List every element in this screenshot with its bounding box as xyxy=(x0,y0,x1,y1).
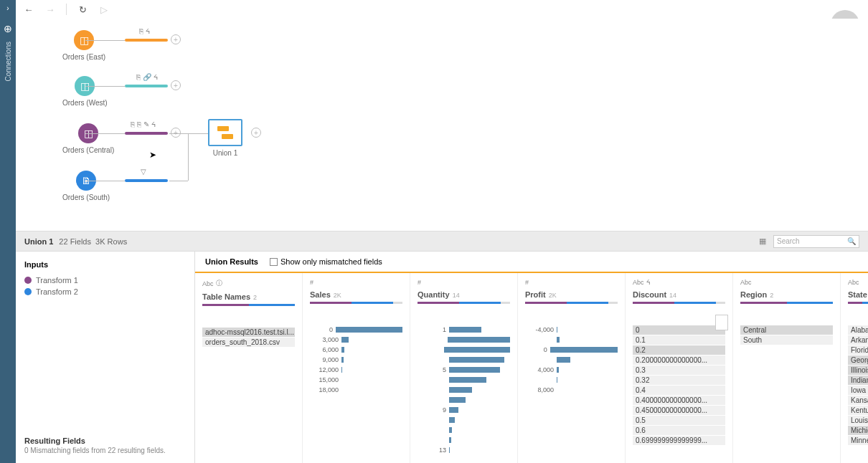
histogram-row[interactable]: 13 xyxy=(418,446,510,454)
profile-column[interactable]: AbcStateAlabamArkansFloridaGeorgiIllinoi… xyxy=(841,273,868,463)
profile-column[interactable]: Abc ⓘTable Names2adhoc-mssql2016.test.ts… xyxy=(195,273,303,463)
profile-value[interactable]: Michig xyxy=(848,426,868,435)
histogram-row[interactable]: 15,000 xyxy=(310,376,402,384)
flow-node-orders-south[interactable]: 🗎 Orders (South) xyxy=(62,171,110,201)
inputs-heading: Inputs xyxy=(24,260,186,269)
add-connection-button[interactable]: ⊕ xyxy=(0,23,16,34)
histogram-row[interactable]: 8,000 xyxy=(525,386,618,394)
clean-step-south[interactable] xyxy=(125,179,168,182)
histogram-row[interactable] xyxy=(418,335,510,344)
profile-value[interactable]: 0.32 xyxy=(633,376,725,385)
histogram-row[interactable] xyxy=(418,436,510,444)
recommend-icon[interactable]: ᔦ xyxy=(646,279,651,286)
profile-column[interactable]: #Profit2K-4,00004,0008,000 xyxy=(518,273,626,463)
profile-value[interactable]: Minnes xyxy=(848,436,868,445)
profile-value[interactable]: Kansas xyxy=(848,396,868,405)
histogram-row[interactable]: 5 xyxy=(418,366,510,374)
histogram-row[interactable] xyxy=(525,355,618,364)
info-icon[interactable]: ⓘ xyxy=(216,279,222,288)
histogram-row[interactable] xyxy=(418,426,510,434)
layout-toggle-icon[interactable]: ▦ xyxy=(759,237,766,246)
profile-value[interactable]: 0.200000000000000... xyxy=(633,355,725,365)
profile-value[interactable]: adhoc-mssql2016.test.tsi.l... xyxy=(202,328,295,337)
profile-column[interactable]: AbcRegion2CentralSouth xyxy=(733,273,841,463)
histogram-row[interactable]: 3,000 xyxy=(310,335,402,344)
profile-value[interactable]: 0.4 xyxy=(633,386,725,395)
histogram-row[interactable] xyxy=(525,335,618,344)
histogram-row[interactable] xyxy=(418,396,510,404)
profile-value[interactable]: 0.400000000000000... xyxy=(633,396,725,405)
union-node[interactable]: Union 1 xyxy=(208,119,242,157)
recommendation-card-icon[interactable] xyxy=(715,315,728,330)
profile-value[interactable]: Georgi xyxy=(848,355,868,365)
flow-canvas[interactable]: ◫ Orders (East) ⎘ᔦ + ◫ Orders (West) ⎘🔗ᔦ… xyxy=(16,19,868,231)
histogram-row[interactable]: 9,000 xyxy=(310,355,402,364)
axis-label: 4,000 xyxy=(525,366,557,373)
input-label: Transform 2 xyxy=(36,287,78,296)
search-input[interactable]: Search 🔍 xyxy=(773,235,859,248)
forward-button[interactable]: → xyxy=(44,4,56,15)
profile-value[interactable]: Central xyxy=(740,325,833,335)
histogram-row[interactable]: 1 xyxy=(418,325,510,334)
histogram-bar xyxy=(449,377,486,383)
rail-expand-chevron[interactable]: › xyxy=(0,0,16,16)
input-row[interactable]: Transform 1 xyxy=(24,276,186,285)
column-source-bar xyxy=(310,302,402,304)
clean-step-east[interactable] xyxy=(125,39,168,42)
axis-label: 0 xyxy=(525,346,550,353)
profile-value[interactable]: Alabam xyxy=(848,325,868,335)
profile-value[interactable]: Illinois xyxy=(848,366,868,375)
flow-node-orders-central[interactable]: ◫ Orders (Central) xyxy=(62,123,114,154)
histogram-row[interactable] xyxy=(418,386,510,394)
profile-value[interactable]: Florida xyxy=(848,345,868,355)
profile-value[interactable]: 0.1 xyxy=(633,335,725,345)
histogram-row[interactable] xyxy=(525,376,618,384)
back-button[interactable]: ← xyxy=(23,4,34,15)
histogram-row[interactable]: 0 xyxy=(525,345,618,354)
mismatch-checkbox[interactable]: Show only mismatched fields xyxy=(270,257,382,267)
profile-value[interactable]: 0.5 xyxy=(633,416,725,425)
profile-value[interactable]: South xyxy=(740,335,833,345)
add-step-button[interactable]: + xyxy=(171,128,181,138)
clean-step-central[interactable] xyxy=(125,132,168,135)
profile-value[interactable]: orders_south_2018.csv xyxy=(202,338,295,347)
add-step-button[interactable]: + xyxy=(251,128,261,138)
refresh-button[interactable]: ↻ xyxy=(77,4,88,15)
histogram-row[interactable]: 6,000 xyxy=(310,345,402,354)
histogram-row[interactable]: 4,000 xyxy=(525,366,618,374)
histogram-row[interactable] xyxy=(418,345,510,354)
histogram-row[interactable] xyxy=(418,355,510,364)
histogram-row[interactable]: 9 xyxy=(418,406,510,414)
profile-value[interactable]: Arkans xyxy=(848,335,868,345)
profile-value[interactable]: 0.6 xyxy=(633,426,725,435)
profile-value[interactable]: Iowa xyxy=(848,386,868,395)
profile-column[interactable]: #Quantity1415913 xyxy=(410,273,518,463)
input-row[interactable]: Transform 2 xyxy=(24,287,186,296)
profile-value[interactable]: Indiana xyxy=(848,376,868,385)
union-icon xyxy=(217,126,233,139)
histogram-row[interactable] xyxy=(418,376,510,384)
histogram-row[interactable]: 18,000 xyxy=(310,386,402,394)
run-flow-button[interactable]: ▷ xyxy=(98,4,110,15)
add-step-button[interactable]: + xyxy=(171,34,181,44)
profile-columns[interactable]: Abc ⓘTable Names2adhoc-mssql2016.test.ts… xyxy=(195,273,868,463)
connector xyxy=(169,181,188,181)
histogram-row[interactable] xyxy=(418,416,510,424)
add-step-button[interactable]: + xyxy=(171,80,181,90)
profile-value[interactable]: 0.699999999999999... xyxy=(633,436,725,445)
profile-value[interactable]: 0.2 xyxy=(633,345,725,355)
histogram-row[interactable]: 12,000 xyxy=(310,366,402,374)
results-tab[interactable]: Union Results xyxy=(205,257,258,266)
histogram-row[interactable]: 0 xyxy=(310,325,402,334)
clean-step-west[interactable] xyxy=(125,85,168,87)
profile-column[interactable]: #Sales2K03,0006,0009,00012,00015,00018,0… xyxy=(303,273,410,463)
profile-value[interactable]: 0 xyxy=(633,325,725,335)
profile-value[interactable]: 0.3 xyxy=(633,366,725,375)
flow-node-orders-east[interactable]: ◫ Orders (East) xyxy=(62,30,105,61)
histogram-row[interactable]: -4,000 xyxy=(525,325,618,334)
profile-column[interactable]: Abc ᔦDiscount1400.10.20.200000000000000.… xyxy=(626,273,733,463)
flow-node-orders-west[interactable]: ◫ Orders (West) xyxy=(62,76,108,107)
profile-value[interactable]: Louisia xyxy=(848,416,868,425)
profile-value[interactable]: 0.450000000000000... xyxy=(633,406,725,415)
profile-value[interactable]: Kentuc xyxy=(848,406,868,415)
